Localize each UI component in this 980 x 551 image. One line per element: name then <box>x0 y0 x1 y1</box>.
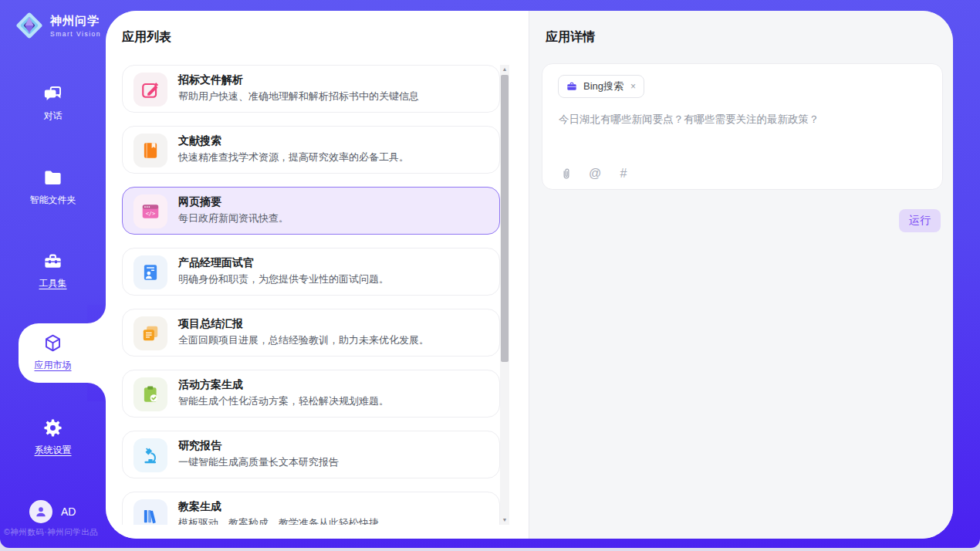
app-list-title: 应用列表 <box>122 29 171 46</box>
app-card-description: 智能生成个性化活动方案，轻松解决规划难题。 <box>178 394 487 408</box>
app-card-description: 模板驱动，教案秒成，教学准备从此轻松快捷 <box>178 516 487 525</box>
brand-subtitle: Smart Vision <box>50 30 101 38</box>
main-content: 应用列表 招标文件解析帮助用户快速、准确地理解和解析招标书中的关键信息文献搜索快… <box>106 11 953 539</box>
copyright-text: ©神州数码·神州问学出品 <box>4 527 106 538</box>
app-card-活动方案生成[interactable]: 活动方案生成智能生成个性化活动方案，轻松解决规划难题。 <box>122 370 500 417</box>
notes-icon <box>133 316 167 350</box>
app-card-title: 文献搜索 <box>178 134 221 148</box>
app-card-description: 一键智能生成高质量长文本研究报告 <box>178 455 487 469</box>
app-detail-panel: 应用详情 Bing搜索 × 今日湖北有哪些新闻要点？有哪些需要关注的最新政策？ <box>529 11 953 539</box>
books-icon <box>133 499 167 525</box>
toolbox-icon <box>42 251 63 272</box>
avatar[interactable] <box>29 500 52 523</box>
app-card-招标文件解析[interactable]: 招标文件解析帮助用户快速、准确地理解和解析招标书中的关键信息 <box>122 65 500 113</box>
sidebar-item-label: 工具集 <box>0 277 106 290</box>
sidebar-item-label: 对话 <box>0 110 106 123</box>
clipboard-check-icon <box>133 377 167 411</box>
sidebar: 神州问学 Smart Vision 对话智能文件夹工具集应用市场系统设置 AD … <box>0 0 106 548</box>
app-card-description: 明确身份和职责，为您提供专业性的面试问题。 <box>178 272 487 286</box>
app-card-产品经理面试官[interactable]: 产品经理面试官明确身份和职责，为您提供专业性的面试问题。 <box>122 248 500 296</box>
app-detail-title: 应用详情 <box>546 29 595 46</box>
app-list-panel: 应用列表 招标文件解析帮助用户快速、准确地理解和解析招标书中的关键信息文献搜索快… <box>106 11 529 539</box>
sidebar-item-智能文件夹[interactable]: 智能文件夹 <box>0 167 106 207</box>
app-card-description: 帮助用户快速、准确地理解和解析招标书中的关键信息 <box>178 90 487 103</box>
sidebar-item-label: 智能文件夹 <box>0 194 106 207</box>
pencil-square-icon <box>133 73 167 106</box>
folder-icon <box>42 167 63 188</box>
app-list-scroll-area: 招标文件解析帮助用户快速、准确地理解和解析招标书中的关键信息文献搜索快速精准查找… <box>122 65 501 525</box>
gear-icon <box>42 417 63 438</box>
app-card-文献搜索[interactable]: 文献搜索快速精准查找学术资源，提高研究效率的必备工具。 <box>122 126 500 174</box>
app-card-网页摘要[interactable]: </>网页摘要每日政府新闻资讯快查。 <box>122 187 500 235</box>
person-icon <box>33 504 49 519</box>
brand-name: 神州问学 <box>50 14 101 29</box>
app-card-description: 快速精准查找学术资源，提高研究效率的必备工具。 <box>178 150 487 164</box>
at-icon[interactable]: @ <box>587 166 603 181</box>
scrollbar-thumb[interactable] <box>501 75 509 362</box>
app-card-title: 教案生成 <box>178 500 221 514</box>
svg-text:</>: </> <box>146 210 156 217</box>
cube-icon <box>42 333 63 353</box>
book-icon <box>133 134 167 167</box>
scroll-down-arrow-icon[interactable]: ▼ <box>500 516 509 525</box>
run-button[interactable]: 运行 <box>899 209 941 232</box>
user-row[interactable]: AD <box>29 500 76 523</box>
app-card-项目总结汇报[interactable]: 项目总结汇报全面回顾项目进展，总结经验教训，助力未来优化发展。 <box>122 309 500 357</box>
sidebar-item-label: 系统设置 <box>0 444 106 457</box>
app-window: 神州问学 Smart Vision 对话智能文件夹工具集应用市场系统设置 AD … <box>0 0 980 548</box>
chat-icon <box>42 83 63 104</box>
active-nav-notch-top <box>87 305 106 323</box>
hash-icon[interactable]: # <box>616 166 631 181</box>
app-card-title: 活动方案生成 <box>178 378 243 392</box>
sidebar-item-工具集[interactable]: 工具集 <box>0 251 106 290</box>
close-icon[interactable]: × <box>630 81 636 92</box>
app-card-教案生成[interactable]: 教案生成模板驱动，教案秒成，教学准备从此轻松快捷 <box>122 492 500 525</box>
brand: 神州问学 Smart Vision <box>14 10 101 41</box>
person-doc-icon <box>133 255 167 289</box>
app-card-title: 研究报告 <box>178 439 221 453</box>
app-card-description: 每日政府新闻资讯快查。 <box>178 211 487 225</box>
app-card-title: 网页摘要 <box>178 195 221 209</box>
briefcase-icon <box>566 80 578 93</box>
app-card-研究报告[interactable]: 研究报告一键智能生成高质量长文本研究报告 <box>122 431 500 478</box>
tool-chip-bing-search[interactable]: Bing搜索 × <box>558 75 644 98</box>
scroll-up-arrow-icon[interactable]: ▲ <box>500 65 509 74</box>
app-card-title: 产品经理面试官 <box>178 256 254 270</box>
app-card-title: 招标文件解析 <box>178 73 243 87</box>
microscope-icon <box>133 438 167 472</box>
page: 神州问学 Smart Vision 对话智能文件夹工具集应用市场系统设置 AD … <box>0 0 980 551</box>
sidebar-item-系统设置[interactable]: 系统设置 <box>0 417 106 457</box>
prompt-input[interactable]: 今日湖北有哪些新闻要点？有哪些需要关注的最新政策？ <box>559 112 928 127</box>
active-nav-notch-bottom <box>87 383 106 401</box>
prompt-card: Bing搜索 × 今日湖北有哪些新闻要点？有哪些需要关注的最新政策？ @ # <box>542 63 943 190</box>
sidebar-item-label: 应用市场 <box>0 359 106 372</box>
app-card-description: 全面回顾项目进展，总结经验教训，助力未来优化发展。 <box>178 333 487 347</box>
scrollbar[interactable]: ▲ ▼ <box>500 65 509 525</box>
sidebar-item-应用市场[interactable]: 应用市场 <box>0 333 106 372</box>
browser-code-icon: </> <box>133 194 167 228</box>
user-initials: AD <box>61 505 76 518</box>
prompt-toolbar: @ # <box>559 166 631 181</box>
gem-diamond-icon <box>14 10 45 41</box>
app-card-title: 项目总结汇报 <box>178 317 243 331</box>
paperclip-icon[interactable] <box>559 166 574 181</box>
sidebar-item-对话[interactable]: 对话 <box>0 83 106 123</box>
tool-chip-label: Bing搜索 <box>583 79 623 93</box>
